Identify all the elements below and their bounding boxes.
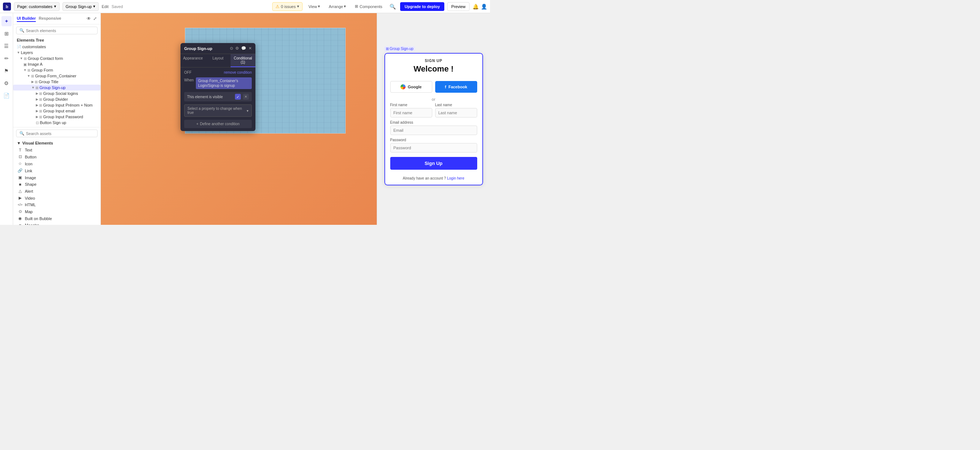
ve-video[interactable]: ▶ Video [13, 195, 100, 201]
group-selector-chevron: ▾ [93, 4, 95, 9]
issues-badge[interactable]: ⚠ 0 issues ▾ [272, 2, 302, 11]
ve-link[interactable]: 🔗 Link [13, 167, 100, 174]
password-input[interactable] [390, 143, 477, 152]
tree-item-customstates[interactable]: 📄 customstates [13, 44, 100, 50]
popup-checkbox-actions: ✓ ✕ [235, 94, 249, 100]
popup-add-condition[interactable]: + Define another condition [184, 120, 252, 128]
popup-off-label: OFF [184, 70, 191, 74]
ve-icon[interactable]: ☆ Icon [13, 160, 100, 167]
popup-tab-appearance[interactable]: Appearance [180, 54, 205, 67]
tree-item-group-input-email[interactable]: ▶ ⊞ Group Input email [13, 108, 100, 114]
tree-item-group-form-container[interactable]: ▼ ⊞ Group Form_Container [13, 73, 100, 79]
email-field-wrapper: Email address [390, 120, 477, 135]
components-button[interactable]: ⊞ Components [352, 2, 385, 11]
ve-shape[interactable]: ■ Shape [13, 181, 100, 188]
popup-close-icon[interactable]: ✕ [248, 46, 252, 51]
tree-item-layers[interactable]: ▼ Layers [13, 50, 100, 55]
sidebar-icon-gear[interactable]: ⚙ [2, 78, 12, 88]
tree-item-group-form[interactable]: ▼ ⊞ Group Form [13, 67, 100, 73]
group-icon-10: ⊞ [39, 115, 42, 119]
ve-html[interactable]: </> HTML [13, 201, 100, 208]
ve-image[interactable]: ▣ Image [13, 174, 100, 181]
upgrade-button[interactable]: Upgrade to deploy [400, 2, 444, 11]
user-icon[interactable]: 👤 [481, 4, 487, 10]
panel-eye-icon[interactable]: 👁 [87, 16, 91, 21]
sidebar-icon-grid[interactable]: ⊞ [2, 29, 12, 39]
email-input[interactable] [390, 125, 477, 135]
popup-remove-condition[interactable]: remove condition [224, 70, 252, 74]
group-icon-3: ⊞ [31, 74, 34, 78]
google-button[interactable]: Google [390, 81, 432, 93]
ve-map[interactable]: ⊙ Map [13, 208, 100, 215]
ve-maestro[interactable]: ■ Maestro [13, 222, 100, 225]
first-name-input[interactable] [390, 108, 432, 117]
page-icon: 📄 [17, 45, 21, 49]
popup-title: Group Sign-up [184, 46, 212, 51]
search-assets-box: 🔍 [16, 130, 97, 137]
signup-name-row: First name Last name [390, 103, 477, 117]
main-layout: ✦ ⊞ ☰ ✏ ⚑ ⚙ 📄 UI Builder Responsive 👁 ⤢ … [0, 13, 490, 225]
tree-item-group-input-password[interactable]: ▶ ⊞ Group Input Password [13, 114, 100, 120]
password-field-wrapper: Password [390, 138, 477, 152]
tab-responsive[interactable]: Responsive [39, 15, 61, 22]
popup-chat-icon[interactable]: 💬 [241, 46, 246, 51]
popup-tab-layout[interactable]: Layout [205, 54, 230, 67]
popup-tab-conditional[interactable]: Conditional (1) [231, 54, 255, 67]
sidebar-icon-page[interactable]: 📄 [2, 90, 12, 101]
sidebar-icon-lines[interactable]: ☰ [2, 41, 12, 51]
popup-when-label: When [184, 78, 194, 82]
last-name-field: Last name [435, 103, 477, 117]
panel-expand-icon[interactable]: ⤢ [93, 16, 97, 21]
tab-ui-builder[interactable]: UI Builder [17, 15, 36, 22]
popup-select-chevron: ▾ [247, 109, 248, 113]
last-name-input[interactable] [435, 108, 477, 117]
page-selector[interactable]: Page: customstates ▾ [14, 2, 60, 11]
preview-button[interactable]: Preview [447, 2, 469, 11]
password-label: Password [390, 138, 477, 142]
bubble-icon: ◉ [18, 216, 23, 221]
arrange-button[interactable]: Arrange▾ [326, 2, 349, 11]
popup-check-button[interactable]: ✓ [235, 94, 241, 100]
sidebar-icon-pencil[interactable]: ✏ [2, 53, 12, 63]
group-selector[interactable]: Group Sign-up ▾ [62, 2, 99, 11]
tree-item-group-signup[interactable]: ▼ ⊞ Group Sign-up [13, 85, 100, 90]
edit-label: Edit [102, 5, 108, 9]
ve-alert[interactable]: △ Alert [13, 188, 100, 195]
sidebar-icon-cursor[interactable]: ✦ [2, 16, 12, 26]
signup-button[interactable]: Sign Up [390, 157, 477, 170]
popup-x-button[interactable]: ✕ [243, 94, 249, 100]
ve-button[interactable]: ⊡ Button [13, 153, 100, 160]
tree-item-group-contact-form[interactable]: ▼ ⊞ Group Contact form [13, 55, 100, 61]
tree-item-group-divider[interactable]: ▶ ⊞ Group Divider [13, 97, 100, 102]
ve-text[interactable]: T Text [13, 147, 100, 153]
login-here-link[interactable]: Login here [447, 176, 464, 180]
issues-chevron: ▾ [297, 4, 299, 9]
group-icon-6: ⊞ [39, 92, 42, 96]
elements-tree-header: Elements Tree [13, 36, 100, 44]
search-elements-input[interactable] [26, 29, 94, 33]
sidebar-icon-flag[interactable]: ⚑ [2, 66, 12, 76]
search-assets-input[interactable] [26, 132, 94, 136]
tree-item-image-a[interactable]: ▣ Image A [13, 61, 100, 67]
button-icon-ve: ⊡ [18, 154, 23, 159]
topbar: b Page: customstates ▾ Group Sign-up ▾ E… [0, 0, 490, 13]
view-button[interactable]: View▾ [305, 2, 323, 11]
button-icon: ⊡ [36, 121, 39, 125]
popup-property-select[interactable]: Select a property to change when true ▾ [184, 105, 252, 117]
popup-condition-bar: OFF remove condition [184, 70, 252, 74]
tree-item-group-title[interactable]: ▶ ⊞ Group Title [13, 79, 100, 85]
facebook-button[interactable]: f Facebook [435, 81, 477, 93]
tree-item-group-social-logins[interactable]: ▶ ⊞ Group Social logins [13, 90, 100, 97]
image-ve-icon: ▣ [18, 175, 23, 180]
search-icon[interactable]: 🔍 [388, 3, 397, 10]
notification-icon[interactable]: 🔔 [473, 4, 479, 10]
page-selector-chevron: ▾ [54, 4, 56, 9]
tree-item-button-signup[interactable]: ⊡ Button Sign up [13, 120, 100, 125]
last-name-label: Last name [435, 103, 477, 107]
issues-count: 0 issues [281, 5, 296, 9]
ve-built-on-bubble[interactable]: ◉ Built on Bubble [13, 215, 100, 222]
popup-settings-icon[interactable]: ⚙ [235, 46, 239, 51]
popup-condition-value[interactable]: Group Form_Container's Login/Signup is s… [196, 78, 252, 89]
popup-info-icon[interactable]: ⊙ [230, 46, 233, 51]
tree-item-group-input-prenom[interactable]: ▶ ⊞ Group Input Prénom + Nom [13, 102, 100, 108]
